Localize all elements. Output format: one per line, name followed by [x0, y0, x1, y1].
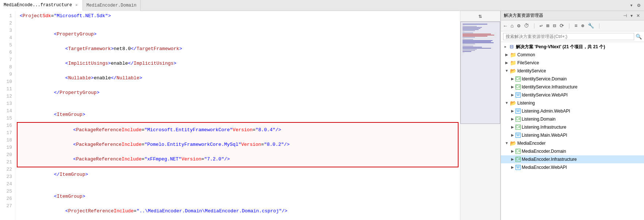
- fileservice-folder-icon: 📁: [510, 60, 516, 66]
- tab-close-1[interactable]: ✕: [74, 2, 79, 8]
- minimap-line: [463, 41, 491, 42]
- tab-mediaencoder-domain[interactable]: MediaEncoder.Domain: [83, 0, 141, 11]
- code-line-9: <ItemGroup>: [15, 107, 460, 122]
- tab-label-1: MediaEncode...frastructure: [4, 3, 72, 8]
- code-line-5: <ImplicitUsings>enable</ImplicitUsings>: [15, 56, 460, 71]
- me-webapi-project-icon: W: [515, 165, 521, 170]
- tree-item-mediaencoder[interactable]: ▼ 📂 MediaEncoder: [501, 139, 644, 147]
- code-line-1: <Project Sdk="Microsoft.NET.Sdk">: [15, 12, 460, 20]
- code-line-12: <PackageReference Include="xFFmpeg.NET" …: [18, 152, 458, 167]
- l-infra-label: Listening.Infrastructure: [522, 124, 643, 131]
- refresh-button[interactable]: ⟳: [558, 22, 566, 30]
- tree-item-listening[interactable]: ▼ 📂 Listening: [501, 99, 644, 107]
- tree-item-identityservice[interactable]: ▼ 📂 IdentityService: [501, 67, 644, 75]
- tree-item-fileservice[interactable]: ▶ 📁 FileService: [501, 59, 644, 67]
- copy-button[interactable]: ⊞: [545, 22, 551, 30]
- is-domain-expand-icon: ▶: [510, 75, 515, 83]
- is-webapi-project-icon: W: [515, 92, 521, 98]
- tab-bar: MediaEncode...frastructure ✕ MediaEncode…: [0, 0, 644, 11]
- l-domain-project-icon: C#: [515, 117, 521, 122]
- fileservice-label: FileService: [517, 59, 643, 67]
- tree-item-listening-main-webapi[interactable]: ▶ W Listening.Main.WebAPI: [501, 131, 644, 139]
- editor-area: 1 2 3 4 5 6 7 8 9 10 11 12 13 14 15 16 1…: [0, 11, 500, 220]
- code-line-6: <Nullable>enable</Nullable>: [15, 71, 460, 86]
- tab-mediaencoder-infrastructure[interactable]: MediaEncode...frastructure ✕: [0, 0, 83, 11]
- minimap-line: [463, 50, 475, 51]
- minimap-line: [463, 52, 464, 53]
- code-line-16: <ProjectReference Include="..\MediaEncod…: [15, 204, 460, 219]
- timer-button[interactable]: ⏱: [522, 22, 530, 30]
- minimap-line: [463, 29, 479, 30]
- minimap-line: [463, 43, 475, 44]
- lm-webapi-expand-icon: ▶: [510, 132, 515, 139]
- minimap-line: [463, 46, 473, 46]
- l-domain-expand-icon: ▶: [510, 115, 515, 123]
- l-infra-project-icon: C#: [515, 125, 521, 130]
- line-numbers: 1 2 3 4 5 6 7 8 9 10 11 12 13 14 15 16 1…: [0, 11, 15, 220]
- tree-item-listening-admin-webapi[interactable]: ▶ W Listening.Admin.WebAPI: [501, 107, 644, 115]
- tree-item-listening-domain[interactable]: ▶ C# Listening.Domain: [501, 115, 644, 123]
- la-webapi-project-icon: W: [515, 109, 521, 114]
- split-editor-button[interactable]: ⇅: [479, 12, 482, 20]
- minimap-line: [463, 49, 477, 50]
- minimap-line: [463, 51, 471, 52]
- panel-dropdown-button[interactable]: ▾: [629, 13, 634, 19]
- code-content[interactable]: <Project Sdk="Microsoft.NET.Sdk"> <Prope…: [15, 11, 460, 220]
- tree-item-identityservice-infrastructure[interactable]: ▶ C# IdentityService.Infrastructure: [501, 83, 644, 91]
- split-editor-area: ⇅: [460, 11, 500, 22]
- tree-root[interactable]: ▸ ⊟ 解决方案 'Peng-VNext' (21 个项目，共 21 个): [501, 43, 644, 51]
- minimap-line: [463, 38, 464, 39]
- solution-settings-button[interactable]: ⚙: [516, 22, 522, 30]
- minimap-line: [463, 24, 487, 24]
- listening-label: Listening: [517, 99, 643, 107]
- solution-search-input[interactable]: [503, 33, 634, 40]
- code-line-7: </PropertyGroup>: [15, 86, 460, 100]
- highlighted-block: <PackageReference Include="Microsoft.Ent…: [17, 122, 459, 167]
- me-folder-icon: 📂: [510, 140, 516, 147]
- minimap-line: [463, 28, 480, 29]
- minimap-line: [463, 31, 464, 32]
- me-infra-project-icon: C#: [515, 157, 521, 162]
- solution-search-area: 🔍: [501, 31, 644, 42]
- minimap-line: [463, 39, 473, 40]
- minimap-line: [463, 27, 482, 28]
- paste-button[interactable]: ⊟: [552, 22, 557, 30]
- tree-item-mediaencoder-infrastructure[interactable]: ▶ C# MediaEncoder.Infrastructure: [501, 155, 644, 163]
- identityservice-label: IdentityService: [517, 67, 643, 75]
- separator-3: |: [596, 22, 602, 30]
- me-domain-project-icon: C#: [515, 149, 521, 154]
- properties-button[interactable]: ≡: [573, 22, 579, 30]
- tree-item-common[interactable]: ▶ 📁 Common: [501, 51, 644, 59]
- code-line-17: <ProjectReference Include="..\Peng.Event…: [15, 219, 460, 220]
- me-infra-expand-icon: ▶: [510, 156, 515, 163]
- panel-title: 解决方案资源管理器: [504, 12, 543, 19]
- back-button[interactable]: ←: [502, 22, 508, 30]
- tab-label-2: MediaEncoder.Domain: [87, 3, 137, 8]
- tree-item-mediaencoder-domain[interactable]: ▶ C# MediaEncoder.Domain: [501, 147, 644, 155]
- tree-item-identityservice-webapi[interactable]: ▶ W IdentityService.WebAPI: [501, 91, 644, 99]
- tree-item-mediaencoder-webapi[interactable]: ▶ W MediaEncoder.WebAPI: [501, 163, 644, 171]
- expand-button[interactable]: ⊕: [580, 22, 586, 30]
- minimap-line: [463, 25, 464, 26]
- main-area: 1 2 3 4 5 6 7 8 9 10 11 12 13 14 15 16 1…: [0, 11, 644, 220]
- lm-webapi-project-icon: W: [515, 133, 521, 138]
- undo-button[interactable]: ↩: [538, 22, 544, 30]
- search-icon: 🔍: [636, 34, 642, 40]
- me-infra-label: MediaEncoder.Infrastructure: [522, 156, 643, 163]
- me-domain-expand-icon: ▶: [510, 148, 515, 155]
- tree-item-identityservice-domain[interactable]: ▶ C# IdentityService.Domain: [501, 75, 644, 83]
- panel-close-button[interactable]: ✕: [635, 13, 641, 19]
- solution-tree[interactable]: ▸ ⊟ 解决方案 'Peng-VNext' (21 个项目，共 21 个) ▶ …: [501, 42, 644, 220]
- root-label: 解决方案 'Peng-VNext' (21 个项目，共 21 个): [516, 43, 643, 50]
- me-webapi-label: MediaEncoder.WebAPI: [522, 164, 643, 171]
- editor-right-panel: ⇅: [460, 11, 500, 220]
- wrench-button[interactable]: 🔧: [586, 22, 595, 30]
- home-button[interactable]: ⌂: [509, 22, 515, 30]
- minimap-line: [463, 36, 487, 37]
- settings-button[interactable]: ⚙: [636, 1, 642, 9]
- me-webapi-expand-icon: ▶: [510, 164, 515, 171]
- pin-button[interactable]: ⊣: [622, 13, 628, 19]
- is-domain-label: IdentityService.Domain: [522, 75, 643, 83]
- dropdown-tabs-button[interactable]: ▾: [628, 1, 634, 9]
- tree-item-listening-infrastructure[interactable]: ▶ C# Listening.Infrastructure: [501, 123, 644, 131]
